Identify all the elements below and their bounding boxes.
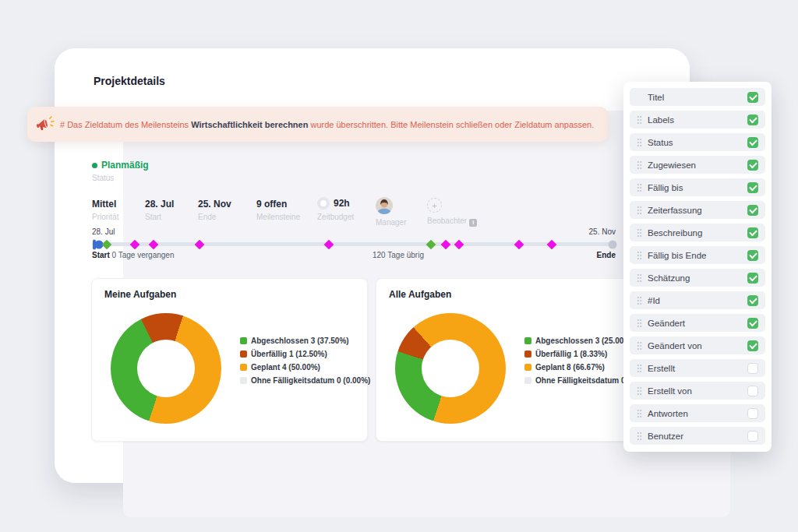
drag-handle-icon[interactable] — [637, 183, 642, 192]
column-label: Geändert — [648, 319, 685, 328]
milestone-link[interactable]: Wirtschaftlichkeit berechnen — [191, 120, 308, 129]
my-tasks-donut-chart — [111, 313, 221, 424]
legend-swatch — [524, 364, 531, 371]
column-setting-row[interactable]: Fällig bis — [630, 178, 765, 196]
drag-handle-icon[interactable] — [637, 319, 642, 327]
column-setting-row[interactable]: Benutzer — [630, 427, 765, 445]
drag-handle-icon[interactable] — [637, 228, 642, 237]
attribute-watchers: + Beobachteri — [427, 198, 477, 227]
drag-handle-icon[interactable] — [637, 341, 642, 350]
column-setting-row[interactable]: Erstellt — [630, 359, 765, 377]
timeline-end-caption: Ende — [581, 251, 616, 259]
drag-handle-icon[interactable] — [637, 409, 642, 417]
my-tasks-card: Meine Aufgaben Abgeschlossen 3 (37.50%) … — [91, 278, 368, 442]
manager-label: Manager — [376, 218, 406, 227]
priority-value: Mittel — [92, 199, 118, 210]
column-checkbox[interactable] — [747, 137, 758, 148]
drag-handle-icon[interactable] — [637, 364, 642, 372]
manager-avatar[interactable] — [376, 197, 393, 214]
drag-handle-icon[interactable] — [637, 296, 642, 305]
legend-swatch — [240, 337, 247, 344]
column-label: Titel — [648, 93, 664, 102]
drag-handle-icon[interactable] — [637, 138, 642, 146]
drag-handle-icon[interactable] — [637, 251, 642, 259]
attribute-time-budget: 92h Zeitbudget — [317, 197, 354, 221]
drag-handle-icon[interactable] — [637, 160, 642, 169]
column-checkbox[interactable] — [747, 386, 758, 396]
column-setting-row[interactable]: Schätzung — [630, 269, 765, 287]
milestones-value: 9 offen — [256, 199, 300, 210]
drag-handle-icon[interactable] — [637, 206, 642, 214]
attribute-manager: Manager — [376, 197, 406, 227]
drag-handle-icon[interactable] — [637, 273, 642, 282]
megaphone-icon — [34, 114, 55, 135]
milestone-marker[interactable] — [608, 240, 616, 248]
column-checkbox[interactable] — [747, 295, 758, 306]
column-setting-row[interactable]: Labels — [630, 111, 765, 129]
start-date-value: 28. Jul — [145, 199, 174, 210]
end-date-label: Ende — [198, 213, 231, 221]
column-label: #Id — [648, 296, 660, 305]
milestones-label: Meilensteine — [256, 213, 300, 221]
column-checkbox[interactable] — [747, 408, 758, 419]
legend-label: Abgeschlossen 3 (25.00%) — [535, 336, 634, 345]
column-setting-row[interactable]: Status — [630, 133, 765, 151]
all-tasks-title: Alle Aufgaben — [389, 289, 451, 300]
column-setting-row[interactable]: Fällig bis Ende — [630, 246, 765, 264]
column-setting-row[interactable]: #Id — [630, 291, 765, 309]
attribute-priority: Mittel Priorität — [92, 199, 118, 221]
column-checkbox[interactable] — [747, 115, 758, 125]
column-checkbox[interactable] — [747, 318, 758, 329]
column-label: Benutzer — [648, 432, 683, 441]
column-setting-row[interactable]: Erstellt von — [630, 382, 765, 400]
drag-handle-icon[interactable] — [637, 115, 642, 124]
legend-item: Ohne Fälligkeitsdatum 0 (0.00%) — [240, 376, 370, 385]
column-label: Erstellt — [648, 364, 675, 373]
column-setting-row[interactable]: Zugewiesen — [630, 156, 765, 174]
column-checkbox[interactable] — [747, 250, 758, 261]
column-checkbox[interactable] — [747, 182, 758, 193]
column-checkbox[interactable] — [747, 227, 758, 238]
my-tasks-legend: Abgeschlossen 3 (37.50%) Überfällig 1 (1… — [240, 336, 370, 385]
time-budget-value: 92h — [334, 198, 350, 209]
column-checkbox[interactable] — [747, 92, 758, 103]
column-setting-row[interactable]: Antworten — [630, 404, 765, 422]
add-watcher-button[interactable]: + — [427, 198, 442, 213]
legend-label: Überfällig 1 (8.33%) — [535, 350, 607, 358]
watchers-label: Beobachteri — [427, 217, 477, 227]
status-dot-icon — [92, 163, 97, 168]
drag-handle-icon[interactable] — [637, 386, 642, 395]
column-checkbox[interactable] — [747, 431, 758, 442]
column-setting-row[interactable]: Geändert — [630, 314, 765, 332]
priority-label: Priorität — [92, 213, 118, 221]
column-checkbox[interactable] — [747, 160, 758, 171]
column-checkbox[interactable] — [747, 363, 758, 374]
column-checkbox[interactable] — [747, 273, 758, 284]
column-label: Fällig bis Ende — [648, 251, 706, 260]
milestone-alert-banner: # Das Zieldatum des Meilensteins Wirtsch… — [27, 107, 608, 142]
legend-swatch — [240, 351, 247, 358]
my-tasks-title: Meine Aufgaben — [104, 289, 176, 300]
column-checkbox[interactable] — [747, 205, 758, 216]
legend-label: Geplant 8 (66.67%) — [535, 363, 605, 372]
legend-swatch — [524, 351, 531, 358]
attribute-milestones: 9 offen Meilensteine — [256, 199, 300, 221]
column-setting-row[interactable]: Zeiterfassung — [630, 201, 765, 219]
column-label: Zeiterfassung — [648, 206, 702, 215]
time-budget-label: Zeitbudget — [317, 213, 354, 221]
column-label: Antworten — [648, 409, 688, 418]
column-checkbox[interactable] — [747, 340, 758, 351]
column-label: Labels — [648, 115, 674, 125]
column-label: Beschreibung — [648, 228, 702, 238]
drag-handle-icon[interactable] — [637, 432, 642, 440]
status-label: Status — [92, 174, 149, 182]
column-label: Fällig bis — [648, 183, 683, 192]
legend-label: Überfällig 1 (12.50%) — [251, 350, 327, 358]
timeline-start-caption: Start 0 Tage vergangen — [92, 251, 174, 259]
all-tasks-card: Alle Aufgaben Abgeschlossen 3 (25.00%) Ü… — [376, 278, 652, 442]
column-setting-row[interactable]: Geändert von — [630, 336, 765, 354]
legend-label: Geplant 4 (50.00%) — [251, 363, 320, 372]
attribute-end: 25. Nov Ende — [198, 199, 231, 221]
column-setting-row[interactable]: Titel — [630, 88, 765, 106]
column-setting-row[interactable]: Beschreibung — [630, 224, 765, 241]
